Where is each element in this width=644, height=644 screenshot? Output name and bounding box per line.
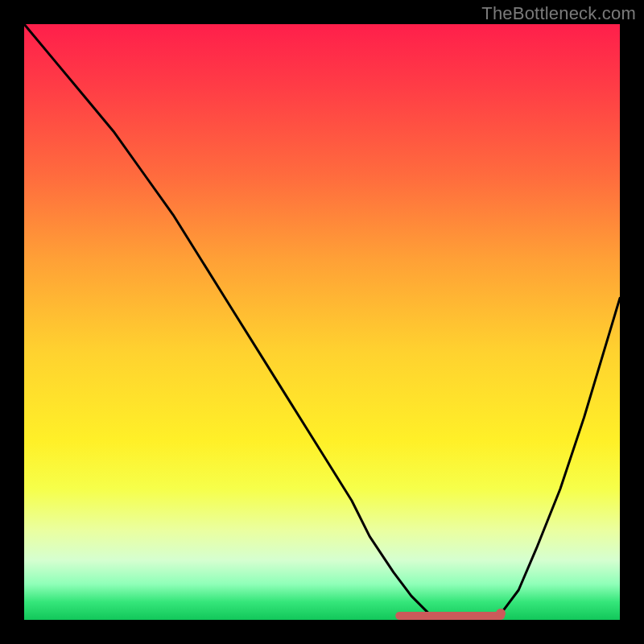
bottleneck-curve [24,24,620,620]
plot-area [24,24,620,620]
chart-svg [24,24,620,620]
optimal-range-end-dot [496,609,506,618]
chart-frame: TheBottleneck.com [0,0,644,644]
watermark-text: TheBottleneck.com [481,3,636,24]
